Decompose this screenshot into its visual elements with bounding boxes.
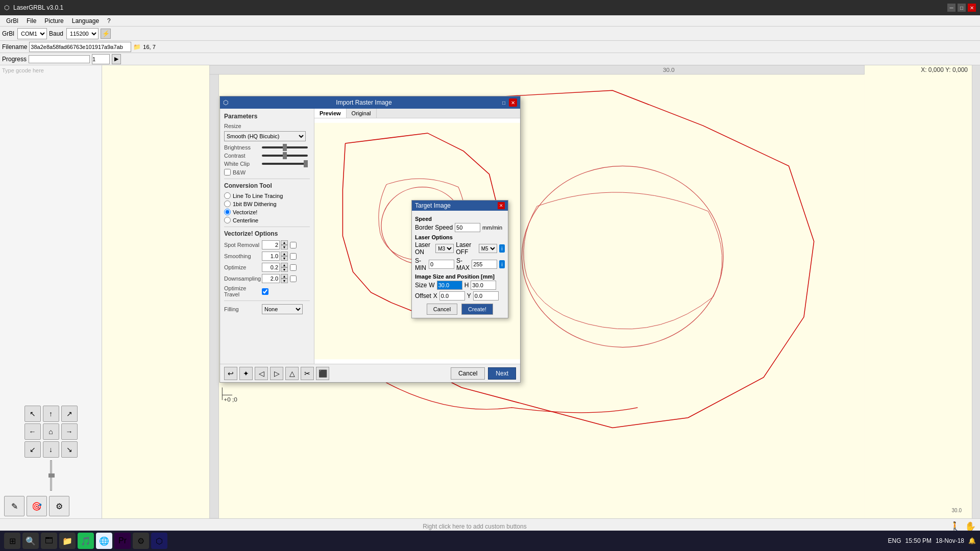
smoothing-up[interactable]: ▲ — [281, 252, 288, 256]
premiere-btn[interactable]: Pr — [114, 533, 131, 549]
line-to-line-radio[interactable] — [224, 192, 231, 199]
spot-removal-down[interactable]: ▼ — [281, 245, 288, 249]
laser-info-btn[interactable]: i — [499, 244, 505, 253]
smax-info-btn[interactable]: i — [499, 260, 505, 268]
progress-step[interactable] — [92, 54, 110, 64]
menu-file[interactable]: File — [22, 16, 40, 26]
nav-left-btn[interactable]: ← — [24, 423, 41, 440]
whiteclip-label: White Clip — [224, 161, 260, 167]
y-offset-input[interactable] — [473, 291, 499, 300]
right-scrollbar[interactable] — [972, 65, 980, 518]
filling-select[interactable]: NoneSolid — [262, 304, 303, 314]
spot-removal-input[interactable] — [262, 240, 280, 249]
laser-tool-draw[interactable]: ✎ — [4, 496, 24, 516]
task-view-btn[interactable]: 🗔 — [41, 533, 57, 549]
explorer-btn[interactable]: 📁 — [59, 533, 76, 549]
menu-language[interactable]: Language — [68, 16, 103, 26]
app1-btn[interactable]: ⚙ — [133, 533, 149, 549]
dialog-next-btn[interactable]: Next — [488, 367, 516, 380]
optimize-travel-checkbox[interactable] — [262, 288, 268, 295]
target-create-btn[interactable]: Create! — [461, 304, 493, 315]
search-btn[interactable]: 🔍 — [22, 533, 39, 549]
y-label: Y — [467, 292, 471, 299]
smax-input[interactable] — [472, 260, 497, 269]
tab-preview[interactable]: Preview — [314, 109, 347, 118]
tool-mirror-btn[interactable]: ✂ — [301, 367, 314, 380]
target-close-btn[interactable]: ✕ — [498, 202, 505, 209]
contrast-slider[interactable] — [262, 155, 308, 157]
downsampling-up[interactable]: ▲ — [281, 274, 288, 279]
optimize-down[interactable]: ▼ — [281, 267, 288, 272]
downsampling-checkbox[interactable] — [290, 276, 297, 282]
downsampling-input[interactable] — [262, 274, 280, 283]
target-cancel-btn[interactable]: Cancel — [427, 304, 457, 315]
vectorize-radio[interactable] — [224, 209, 231, 215]
spot-removal-checkbox[interactable] — [290, 242, 297, 248]
smoothing-input[interactable] — [262, 252, 280, 261]
laser-on-select[interactable]: M3M4M5 — [435, 244, 454, 253]
width-input[interactable] — [437, 281, 462, 290]
smoothing-down[interactable]: ▼ — [281, 256, 288, 261]
brightness-slider[interactable] — [262, 146, 308, 148]
laser-off-select[interactable]: M5M3M4 — [479, 244, 497, 253]
music-btn[interactable]: 🎵 — [78, 533, 94, 549]
spot-removal-up[interactable]: ▲ — [281, 240, 288, 245]
height-input[interactable] — [471, 281, 496, 290]
progress-play-btn[interactable]: ▶ — [112, 54, 121, 64]
nav-down-btn[interactable]: ↓ — [43, 441, 59, 458]
menu-help[interactable]: ? — [103, 16, 115, 26]
optimize-up[interactable]: ▲ — [281, 263, 288, 267]
nav-downright-btn[interactable]: ↘ — [61, 441, 78, 458]
menu-grbl[interactable]: GrBl — [2, 16, 22, 26]
nav-up-btn[interactable]: ↑ — [43, 406, 59, 422]
optimize-input[interactable] — [262, 263, 280, 272]
tab-original[interactable]: Original — [347, 109, 377, 118]
resize-select[interactable]: Smooth (HQ Bicubic) — [224, 131, 306, 141]
spot-removal-row: Spot Removal ▲ ▼ — [224, 240, 310, 249]
nav-downleft-btn[interactable]: ↙ — [24, 441, 41, 458]
centerline-radio[interactable] — [224, 217, 231, 223]
zoom-slider[interactable] — [50, 460, 52, 491]
close-btn[interactable]: ✕ — [968, 4, 976, 12]
border-speed-input[interactable] — [455, 223, 480, 232]
laser-tool-target[interactable]: 🎯 — [27, 496, 47, 516]
nav-home-btn[interactable]: ⌂ — [43, 423, 59, 440]
tool-next-btn[interactable]: ▷ — [270, 367, 283, 380]
notification-area[interactable]: 🔔 — [968, 537, 976, 544]
browser-btn[interactable]: 🌐 — [96, 533, 112, 549]
nav-right-btn[interactable]: → — [61, 423, 78, 440]
tool-undo-btn[interactable]: ↩ — [224, 367, 237, 380]
optimize-checkbox[interactable] — [290, 264, 297, 271]
connect-btn[interactable]: ⚡ — [101, 29, 111, 39]
baud-select[interactable]: 1152009600 — [66, 28, 99, 39]
line-to-line-row: Line To Line Tracing — [224, 192, 310, 199]
maximize-btn[interactable]: □ — [958, 4, 966, 12]
tool-cut-btn[interactable]: △ — [285, 367, 299, 380]
smoothing-checkbox[interactable] — [290, 253, 297, 260]
nav-upright-btn[interactable]: ↗ — [61, 406, 78, 422]
tool-fit-btn[interactable]: ✦ — [239, 367, 253, 380]
import-dialog-icon: ⬡ — [223, 99, 228, 106]
tool-prev-btn[interactable]: ◁ — [255, 367, 268, 380]
onebit-radio[interactable] — [224, 201, 231, 207]
import-dialog-maximize[interactable]: □ — [500, 98, 508, 107]
import-dialog-close[interactable]: ✕ — [509, 98, 517, 107]
baud-label: Baud — [49, 30, 63, 37]
nav-upleft-btn[interactable]: ↖ — [24, 406, 41, 422]
dialog-cancel-btn[interactable]: Cancel — [451, 367, 485, 380]
minimize-btn[interactable]: ─ — [947, 4, 955, 12]
tool-fill-btn[interactable]: ⬛ — [316, 367, 329, 380]
start-btn[interactable]: ⊞ — [4, 533, 20, 549]
lasergrbl-btn[interactable]: ⬡ — [151, 533, 167, 549]
menu-picture[interactable]: Picture — [40, 16, 67, 26]
com-select[interactable]: COM1COM2 — [17, 28, 47, 39]
file-icon[interactable]: 📁 — [133, 43, 141, 51]
whiteclip-row: White Clip — [224, 161, 310, 167]
x-offset-input[interactable] — [439, 291, 465, 300]
filename-input[interactable] — [29, 42, 131, 52]
bw-checkbox[interactable] — [224, 169, 231, 176]
whiteclip-slider[interactable] — [262, 163, 308, 165]
downsampling-down[interactable]: ▼ — [281, 279, 288, 283]
laser-tool-settings[interactable]: ⚙ — [49, 496, 69, 516]
smin-input[interactable] — [429, 260, 454, 269]
